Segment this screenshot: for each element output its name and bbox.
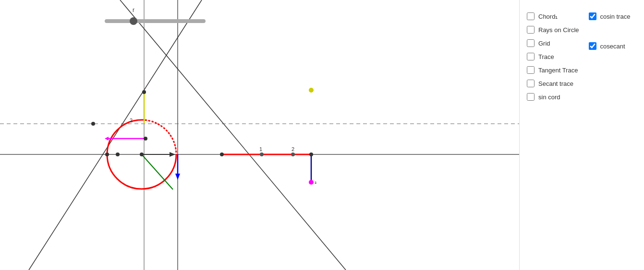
tangent-trace-checkbox[interactable] bbox=[527, 66, 535, 74]
svg-point-28 bbox=[260, 153, 264, 156]
label-2-right: 2 bbox=[292, 146, 294, 152]
svg-point-24 bbox=[91, 122, 95, 126]
svg-marker-11 bbox=[105, 137, 109, 141]
cosecant-label: cosecant bbox=[600, 43, 625, 50]
trace-label: Trace bbox=[538, 53, 554, 60]
main-canvas: r bbox=[0, 0, 519, 270]
chord-checkbox[interactable] bbox=[527, 12, 535, 20]
label-2-bottom: ₂ bbox=[315, 179, 316, 185]
svg-point-25 bbox=[309, 88, 314, 93]
checkbox-item-secant-trace[interactable]: Secant trace bbox=[527, 77, 579, 90]
label-2-top: 2 bbox=[130, 117, 133, 123]
sidebar-col-left: Chord₁ Rays on Circle Grid Trace Tangent… bbox=[527, 10, 579, 104]
grid-label: Grid bbox=[538, 40, 550, 47]
checkbox-item-tangent-trace[interactable]: Tangent Trace bbox=[527, 63, 579, 77]
svg-point-22 bbox=[105, 153, 109, 156]
sidebar: Chord₁ Rays on Circle Grid Trace Tangent… bbox=[519, 0, 644, 270]
rays-on-circle-checkbox[interactable] bbox=[527, 26, 535, 34]
svg-line-5 bbox=[120, 0, 346, 270]
svg-point-7 bbox=[130, 17, 137, 25]
chord-label: Chord₁ bbox=[538, 13, 558, 20]
tangent-trace-label: Tangent Trace bbox=[538, 67, 578, 74]
checkbox-item-chord[interactable]: Chord₁ bbox=[527, 10, 579, 23]
svg-line-12 bbox=[142, 154, 173, 189]
svg-point-20 bbox=[144, 137, 147, 141]
checkbox-item-rays[interactable]: Rays on Circle bbox=[527, 23, 579, 36]
sin-cord-checkbox[interactable] bbox=[527, 93, 535, 101]
checkbox-item-trace[interactable]: Trace bbox=[527, 50, 579, 63]
svg-point-26 bbox=[309, 180, 314, 185]
svg-point-21 bbox=[140, 153, 144, 156]
checkbox-item-cosecant[interactable]: cosecant bbox=[589, 39, 631, 53]
secant-trace-checkbox[interactable] bbox=[527, 80, 535, 87]
cosin-trace-label: cosin trace bbox=[600, 13, 631, 20]
secant-trace-label: Secant trace bbox=[538, 80, 573, 87]
label-1: 1 bbox=[259, 146, 262, 152]
svg-line-4 bbox=[29, 0, 202, 270]
checkbox-item-cosin-trace[interactable]: cosin trace bbox=[589, 10, 631, 23]
svg-rect-6 bbox=[105, 19, 206, 23]
checkbox-item-grid[interactable]: Grid bbox=[527, 36, 579, 50]
svg-marker-16 bbox=[175, 174, 180, 180]
checkbox-item-sin-cord[interactable]: sin cord bbox=[527, 90, 579, 104]
svg-marker-18 bbox=[170, 152, 175, 157]
trace-checkbox[interactable] bbox=[527, 53, 535, 60]
main-container: r bbox=[0, 0, 644, 270]
svg-point-19 bbox=[142, 90, 146, 94]
r-label: r bbox=[133, 7, 134, 13]
svg-point-29 bbox=[291, 153, 295, 156]
sin-cord-label: sin cord bbox=[538, 94, 560, 101]
cosin-trace-checkbox[interactable] bbox=[589, 12, 596, 20]
sidebar-col-right: cosin trace cosecant bbox=[589, 10, 631, 104]
sidebar-columns: Chord₁ Rays on Circle Grid Trace Tangent… bbox=[527, 10, 637, 104]
svg-point-30 bbox=[309, 153, 313, 156]
grid-checkbox[interactable] bbox=[527, 39, 535, 47]
svg-point-23 bbox=[116, 153, 120, 156]
svg-point-27 bbox=[220, 153, 224, 156]
rays-on-circle-label: Rays on Circle bbox=[538, 26, 579, 34]
canvas-area: r bbox=[0, 0, 519, 270]
cosecant-checkbox[interactable] bbox=[589, 42, 596, 50]
